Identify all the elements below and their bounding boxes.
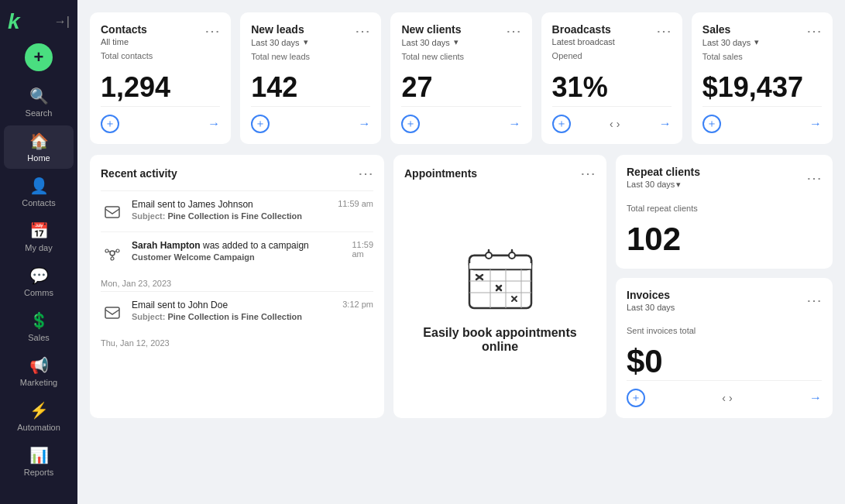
stat-contacts-title: Contacts <box>101 23 147 36</box>
appointments-card: Appointments ⋯ <box>393 155 606 418</box>
sidebar-label-home: Home <box>27 153 50 163</box>
stat-leads-subtitle: Total new leads <box>251 52 370 61</box>
stat-broadcasts-subtitle: Opened <box>552 51 672 60</box>
email-icon-2 <box>101 301 124 324</box>
invoices-nav: ‹ › <box>722 392 732 404</box>
stat-leads-more[interactable]: ⋯ <box>355 23 370 39</box>
svg-rect-0 <box>105 207 119 218</box>
email-icon <box>101 201 124 224</box>
stat-sales-period[interactable]: Last 30 days <box>702 37 759 47</box>
sidebar-item-sales[interactable]: 💲 Sales <box>4 305 74 348</box>
stat-clients-more[interactable]: ⋯ <box>506 23 521 39</box>
appointments-empty: Easily book appointments online <box>404 190 596 407</box>
stat-clients-subtitle: Total new clients <box>401 52 520 61</box>
sales-period-chevron[interactable] <box>753 37 759 47</box>
app-logo: k <box>8 9 20 34</box>
stat-clients-arrow[interactable]: → <box>509 117 521 131</box>
stat-clients-footer: ＋ → <box>401 106 520 133</box>
invoices-header: Invoices Last 30 days ⋯ <box>627 289 822 312</box>
sidebar-label-marketing: Marketing <box>20 378 57 387</box>
invoices-more[interactable]: ⋯ <box>806 293 822 308</box>
invoices-footer: ＋ ‹ › → <box>627 380 822 407</box>
stat-card-clients: New clients Last 30 days ⋯ Total new cli… <box>390 12 531 144</box>
activity-sub-1: Subject: Pine Collection is Fine Collect… <box>132 211 330 221</box>
stat-contacts-subtitle: Total contacts <box>101 51 220 60</box>
invoices-card: Invoices Last 30 days ⋯ Sent invoices to… <box>616 278 833 418</box>
sidebar-item-comms[interactable]: 💬 Comms <box>4 260 74 303</box>
stat-card-contacts: Contacts All time ⋯ Total contacts 1,294… <box>90 12 231 144</box>
stat-card-leads: New leads Last 30 days ⋯ Total new leads… <box>240 12 381 144</box>
sidebar-top: k →| <box>0 9 77 42</box>
clients-period-chevron[interactable] <box>452 37 459 47</box>
search-icon: 🔍 <box>29 87 49 105</box>
stat-contacts-more[interactable]: ⋯ <box>204 23 220 39</box>
main-content: Contacts All time ⋯ Total contacts 1,294… <box>77 0 845 504</box>
activity-content-2: Sarah Hampton was added to a campaign Cu… <box>132 240 344 262</box>
leads-period-chevron[interactable] <box>302 37 308 47</box>
stat-contacts-footer: ＋ → <box>101 106 220 133</box>
sidebar-item-contacts[interactable]: 👤 Contacts <box>4 170 74 214</box>
stat-sales-more[interactable]: ⋯ <box>806 23 822 39</box>
sidebar-item-myday[interactable]: 📅 My day <box>4 215 74 259</box>
stat-leads-add[interactable]: ＋ <box>251 115 270 133</box>
stat-broadcasts-arrow[interactable]: → <box>659 117 672 131</box>
stat-clients-period[interactable]: Last 30 days <box>401 37 461 47</box>
stat-leads-footer: ＋ → <box>251 106 370 133</box>
stat-clients-add[interactable]: ＋ <box>401 115 420 133</box>
repeat-clients-more[interactable]: ⋯ <box>806 170 822 186</box>
expand-icon[interactable]: →| <box>54 15 70 29</box>
repeat-clients-card: Repeat clients Last 30 days ⋯ Total repe… <box>616 155 833 269</box>
activity-card: Recent activity ⋯ Email sent to James Jo… <box>90 155 384 418</box>
myday-icon: 📅 <box>29 221 49 240</box>
repeat-clients-chevron[interactable] <box>675 180 681 189</box>
sidebar-item-automation[interactable]: ⚡ Automation <box>4 395 74 438</box>
marketing-icon: 📢 <box>29 356 49 375</box>
appointments-empty-text: Easily book appointments online <box>420 326 580 354</box>
invoices-arrow[interactable]: → <box>809 391 822 405</box>
sidebar-item-search[interactable]: 🔍 Search <box>4 81 74 124</box>
sidebar-label-myday: My day <box>25 243 52 252</box>
sidebar-item-home[interactable]: 🏠 Home <box>4 125 74 169</box>
svg-point-26 <box>486 252 492 259</box>
stat-leads-period[interactable]: Last 30 days <box>251 37 307 47</box>
sales-icon: 💲 <box>29 311 49 330</box>
stat-sales-title: Sales <box>702 23 759 36</box>
appointments-more[interactable]: ⋯ <box>580 166 596 181</box>
stat-sales-arrow[interactable]: → <box>809 117 822 131</box>
stat-leads-arrow[interactable]: → <box>358 117 370 131</box>
broadcasts-next[interactable]: › <box>617 118 620 130</box>
invoices-next[interactable]: › <box>729 392 733 404</box>
stat-contacts-arrow[interactable]: → <box>208 117 220 131</box>
stat-broadcasts-add[interactable]: ＋ <box>552 115 571 133</box>
repeat-clients-value: 102 <box>627 213 822 258</box>
sidebar-item-reports[interactable]: 📊 Reports <box>4 440 74 483</box>
stat-sales-add[interactable]: ＋ <box>702 115 721 133</box>
stat-card-sales-header: Sales Last 30 days ⋯ <box>702 23 822 47</box>
invoices-period: Last 30 days <box>627 303 675 312</box>
add-button[interactable]: + <box>25 43 53 71</box>
broadcasts-prev[interactable]: ‹ <box>610 118 613 130</box>
activity-header: Recent activity ⋯ <box>101 166 373 181</box>
activity-time-2: 11:59am <box>352 240 373 259</box>
invoices-add[interactable]: ＋ <box>627 389 645 407</box>
stat-card-clients-header: New clients Last 30 days ⋯ <box>401 23 520 47</box>
activity-time-1: 11:59 am <box>338 199 373 208</box>
sidebar-item-marketing[interactable]: 📢 Marketing <box>4 350 74 393</box>
campaign-icon <box>101 242 124 265</box>
repeat-clients-period[interactable]: Last 30 days <box>627 180 700 190</box>
svg-rect-11 <box>469 263 531 269</box>
activity-title: Recent activity <box>101 167 177 180</box>
stat-broadcasts-more[interactable]: ⋯ <box>656 23 672 39</box>
sidebar-label-reports: Reports <box>24 468 54 477</box>
activity-content-3: Email sent to John Doe Subject: Pine Col… <box>132 300 335 321</box>
sidebar-label-automation: Automation <box>17 423 60 432</box>
stat-contacts-period: All time <box>101 37 147 46</box>
activity-more[interactable]: ⋯ <box>358 166 373 181</box>
invoices-prev[interactable]: ‹ <box>722 392 726 404</box>
sidebar: k →| + 🔍 Search 🏠 Home 👤 Contacts 📅 My d… <box>0 0 77 504</box>
comms-icon: 💬 <box>29 266 49 285</box>
stat-contacts-add[interactable]: ＋ <box>101 115 119 133</box>
activity-item-2: Sarah Hampton was added to a campaign Cu… <box>101 231 373 273</box>
invoices-title: Invoices <box>627 289 675 301</box>
stat-card-broadcasts: Broadcasts Latest broadcast ⋯ Opened 31%… <box>541 12 682 144</box>
